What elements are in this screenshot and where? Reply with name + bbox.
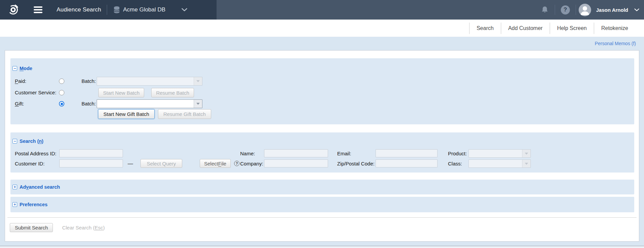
gift-batch-combobox[interactable] [97, 99, 202, 108]
hamburger-menu-icon[interactable] [34, 6, 42, 13]
header-divider [107, 5, 107, 15]
search-section: − Search (n) Postal Address ID: Name: Em… [10, 132, 634, 173]
paid-label: Paid: [15, 77, 26, 85]
collapse-icon[interactable]: − [12, 66, 17, 71]
select-file-button[interactable]: Select File [200, 159, 231, 168]
header-divider [576, 5, 576, 15]
batch-combobox [97, 77, 202, 86]
preferences-title: Preferences [20, 202, 47, 207]
expand-icon[interactable]: + [12, 185, 17, 189]
batch-buttons-row: Start New Batch Resume Batch [98, 88, 194, 97]
personal-memos-link[interactable]: Personal Memos (f) [595, 41, 636, 46]
app-header: Audience Search Acme Global DB ? Jason [0, 0, 644, 20]
email-input[interactable] [376, 149, 438, 157]
notifications-bell-icon[interactable] [541, 6, 549, 14]
gift-label: Gift: [15, 99, 24, 107]
app-logo-icon [7, 4, 19, 16]
customer-service-radio[interactable] [59, 90, 64, 95]
start-new-gift-batch-button[interactable]: Start New Gift Batch [98, 109, 155, 119]
mode-section-header[interactable]: − Mode [12, 66, 32, 71]
name-input[interactable] [264, 149, 328, 157]
advanced-search-title: Advanced search [20, 184, 60, 190]
actions-row: Submit Search Clear Search (Esc) [10, 223, 634, 232]
nav-link-help-screen[interactable]: Help Screen [550, 25, 594, 31]
company-help-icon[interactable]: ? [234, 161, 239, 166]
gift-batch-label: Batch: [82, 99, 96, 107]
advanced-search-section: + Advanced search [10, 180, 634, 194]
clear-search-link[interactable]: Clear Search (Esc) [62, 225, 105, 230]
company-input[interactable] [264, 159, 328, 167]
app-header-left: Audience Search Acme Global DB [0, 0, 217, 20]
combo-arrow-icon [522, 150, 530, 157]
class-label: Class: [448, 159, 462, 167]
app-title: Audience Search [57, 6, 101, 13]
submit-search-button[interactable]: Submit Search [10, 223, 53, 232]
search-section-header[interactable]: − Search (n) [12, 138, 43, 144]
nav-link-retokenize[interactable]: Retokenize [594, 25, 635, 31]
company-label: Company: [240, 159, 263, 167]
select-query-button: Select Query [140, 159, 182, 168]
customer-service-label: Customer Service: [15, 88, 56, 96]
combo-arrow-icon [522, 160, 530, 167]
database-chevron-down-icon[interactable] [182, 8, 187, 11]
toolbar-nav: Search Add Customer Help Screen Retokeni… [0, 20, 644, 37]
user-menu-chevron-down-icon[interactable] [634, 8, 639, 11]
app-header-right: ? Jason Arnold [217, 0, 644, 20]
customer-id-label: Customer ID: [15, 159, 44, 167]
product-label: Product: [448, 149, 467, 157]
help-icon[interactable]: ? [561, 5, 570, 14]
postal-address-id-label: Postal Address ID: [15, 149, 56, 157]
user-name[interactable]: Jason Arnold [596, 7, 628, 13]
name-label: Name: [240, 149, 255, 157]
zip-postal-code-label: Zip/Postal Code: [337, 159, 375, 167]
resume-gift-batch-button: Resume Gift Batch [158, 109, 211, 119]
class-combobox [469, 159, 531, 168]
gift-radio[interactable] [59, 101, 64, 106]
batch-label: Batch: [82, 77, 96, 85]
preferences-section: + Preferences [10, 197, 634, 212]
memos-row: Personal Memos (f) [0, 37, 644, 50]
combo-arrow-icon[interactable] [194, 100, 202, 108]
gift-batch-buttons-row: Start New Gift Batch Resume Gift Batch [98, 109, 211, 119]
email-label: Email: [337, 149, 351, 157]
search-form-card: − Mode Paid: Batch: Customer Service: St… [5, 50, 639, 242]
search-section-title: Search (n) [20, 138, 43, 144]
mode-section: − Mode Paid: Batch: Customer Service: St… [10, 58, 634, 124]
user-avatar[interactable] [579, 4, 591, 16]
product-combobox [469, 149, 531, 158]
nav-link-add-customer[interactable]: Add Customer [501, 25, 550, 31]
expand-icon[interactable]: + [12, 202, 17, 207]
header-divider [555, 5, 555, 15]
database-icon [114, 6, 120, 13]
nav-link-search[interactable]: Search [470, 25, 501, 31]
postal-address-id-input[interactable] [59, 149, 123, 157]
mode-section-title: Mode [20, 66, 32, 71]
paid-radio[interactable] [59, 79, 64, 84]
database-selector[interactable]: Acme Global DB [123, 6, 165, 13]
customer-id-input[interactable] [59, 159, 123, 167]
start-new-batch-button: Start New Batch [98, 88, 144, 97]
advanced-search-header[interactable]: + Advanced search [12, 184, 60, 190]
resume-batch-button: Resume Batch [151, 88, 194, 97]
actions-divider [7, 217, 637, 218]
collapse-icon[interactable]: − [12, 139, 17, 144]
preferences-header[interactable]: + Preferences [12, 202, 47, 207]
range-dash: — [128, 161, 133, 167]
combo-arrow-icon [194, 77, 202, 85]
footer-strip [0, 246, 644, 248]
zip-postal-code-input[interactable] [376, 159, 438, 167]
